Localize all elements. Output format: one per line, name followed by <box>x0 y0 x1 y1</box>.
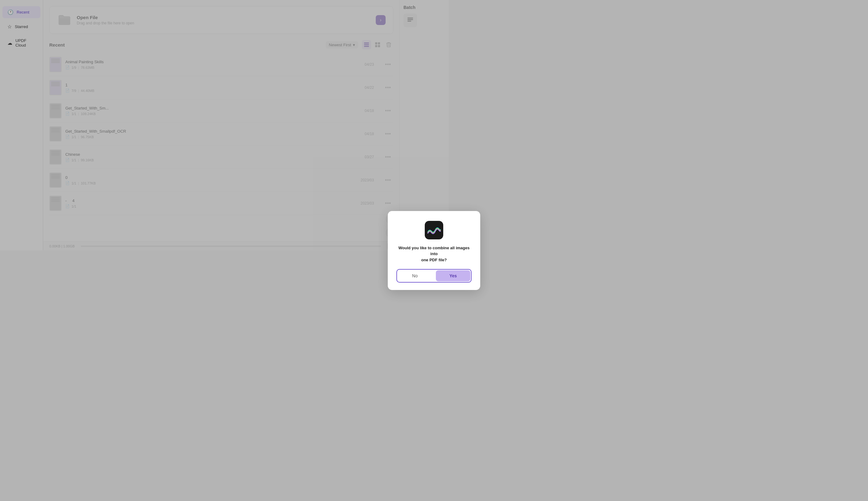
dialog-message-line1: Would you like to combine all images int… <box>398 246 449 250</box>
dialog-message: Would you like to combine all images int… <box>396 245 449 250</box>
dialog-overlay: Would you like to combine all images int… <box>0 0 449 250</box>
dialog-app-icon <box>425 221 443 239</box>
dialog: Would you like to combine all images int… <box>388 211 449 250</box>
